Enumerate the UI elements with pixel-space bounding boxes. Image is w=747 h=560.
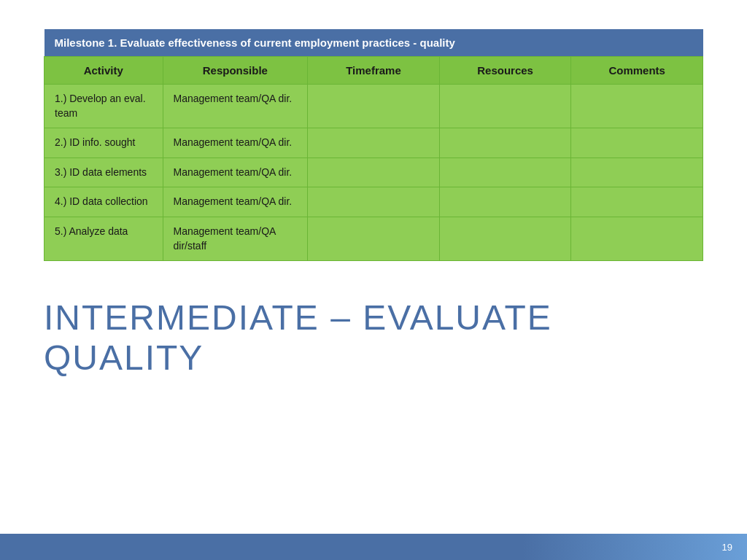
col-header-comments: Comments	[571, 57, 703, 85]
row1-timeframe	[308, 85, 440, 128]
row1-comments	[571, 85, 703, 128]
page-container: Milestone 1. Evaluate effectiveness of c…	[0, 0, 747, 560]
row2-timeframe	[308, 128, 440, 158]
row3-responsible: Management team/QA dir.	[163, 158, 308, 187]
row4-comments	[571, 187, 703, 217]
row4-activity: 4.) ID data collection	[44, 187, 163, 217]
row1-resources	[439, 85, 571, 128]
row3-resources	[439, 158, 571, 187]
row5-comments	[571, 217, 703, 260]
milestone-header: Milestone 1. Evaluate effectiveness of c…	[44, 29, 703, 57]
bottom-title: INTERMEDIATE – EVALUATE QUALITY	[44, 298, 703, 378]
table-row: 5.) Analyze data Management team/QA dir/…	[44, 217, 703, 260]
row2-comments	[571, 128, 703, 158]
table-row: 1.) Develop an eval. team Management tea…	[44, 85, 703, 128]
table-row: 4.) ID data collection Management team/Q…	[44, 187, 703, 217]
row3-comments	[571, 158, 703, 187]
table-row: 3.) ID data elements Management team/QA …	[44, 158, 703, 187]
row5-timeframe	[308, 217, 440, 260]
row1-activity: 1.) Develop an eval. team	[44, 85, 163, 128]
row3-activity: 3.) ID data elements	[44, 158, 163, 187]
row2-activity: 2.) ID info. sought	[44, 128, 163, 158]
row5-resources	[439, 217, 571, 260]
row4-resources	[439, 187, 571, 217]
row2-resources	[439, 128, 571, 158]
row4-timeframe	[308, 187, 440, 217]
page-number: 19	[722, 542, 732, 553]
col-header-resources: Resources	[439, 57, 571, 85]
row2-responsible: Management team/QA dir.	[163, 128, 308, 158]
row4-responsible: Management team/QA dir.	[163, 187, 308, 217]
col-header-timeframe: Timeframe	[308, 57, 440, 85]
table-wrapper: Milestone 1. Evaluate effectiveness of c…	[44, 29, 703, 261]
footer-bar: 19	[0, 534, 747, 560]
row1-responsible: Management team/QA dir.	[163, 85, 308, 128]
table-row: 2.) ID info. sought Management team/QA d…	[44, 128, 703, 158]
main-table: Milestone 1. Evaluate effectiveness of c…	[44, 29, 703, 261]
row5-activity: 5.) Analyze data	[44, 217, 163, 260]
row5-responsible: Management team/QA dir/staff	[163, 217, 308, 260]
row3-timeframe	[308, 158, 440, 187]
col-header-responsible: Responsible	[163, 57, 308, 85]
col-header-activity: Activity	[44, 57, 163, 85]
